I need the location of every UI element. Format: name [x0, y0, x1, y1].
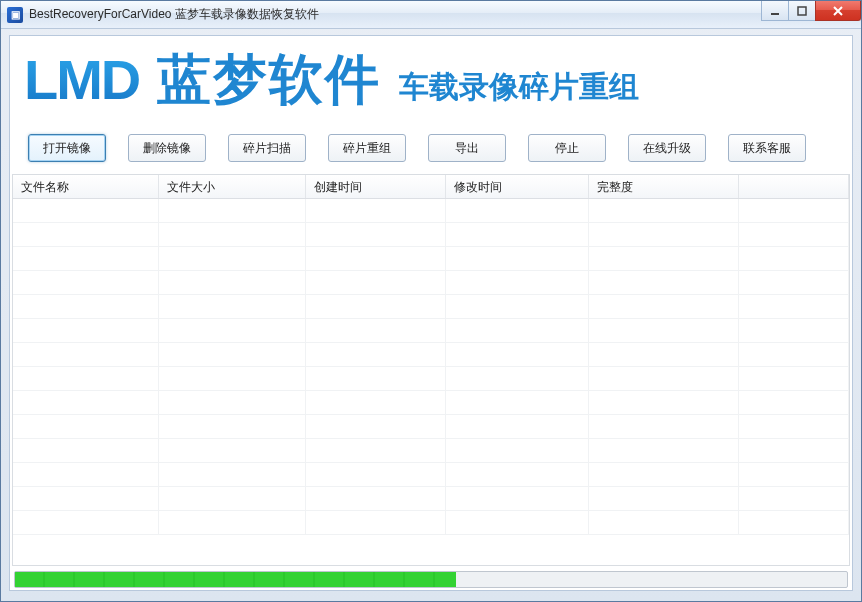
table-cell [13, 391, 159, 414]
table-cell [13, 511, 159, 534]
col-integrity[interactable]: 完整度 [589, 175, 739, 198]
table-cell [306, 343, 446, 366]
table-cell [159, 415, 306, 438]
statusbar [10, 568, 852, 590]
table-cell [739, 439, 849, 462]
table-row[interactable] [13, 391, 849, 415]
svg-rect-1 [798, 7, 806, 15]
col-filesize[interactable]: 文件大小 [159, 175, 306, 198]
stop-button[interactable]: 停止 [528, 134, 606, 162]
table-cell [13, 439, 159, 462]
app-icon: ▣ [7, 7, 23, 23]
table-cell [306, 199, 446, 222]
table-cell [739, 343, 849, 366]
table-cell [446, 343, 589, 366]
table-row[interactable] [13, 415, 849, 439]
table-row[interactable] [13, 247, 849, 271]
minimize-button[interactable] [761, 1, 789, 21]
table-cell [159, 223, 306, 246]
table-cell [159, 439, 306, 462]
col-created[interactable]: 创建时间 [306, 175, 446, 198]
table-cell [446, 487, 589, 510]
maximize-icon [797, 6, 807, 16]
toolbar: 打开镜像 删除镜像 碎片扫描 碎片重组 导出 停止 在线升级 联系客服 [10, 124, 852, 174]
progress-bar [14, 571, 848, 588]
table-cell [159, 391, 306, 414]
grid-body[interactable] [13, 199, 849, 565]
table-row[interactable] [13, 367, 849, 391]
table-cell [589, 295, 739, 318]
table-row[interactable] [13, 223, 849, 247]
table-cell [446, 463, 589, 486]
minimize-icon [770, 6, 780, 16]
titlebar-blur-background [421, 1, 741, 28]
table-row[interactable] [13, 271, 849, 295]
table-row[interactable] [13, 511, 849, 535]
table-cell [446, 247, 589, 270]
table-cell [159, 343, 306, 366]
table-row[interactable] [13, 439, 849, 463]
window-controls [762, 1, 861, 21]
table-cell [446, 223, 589, 246]
table-cell [589, 439, 739, 462]
logo-text: LMD [24, 52, 139, 108]
table-cell [13, 463, 159, 486]
table-row[interactable] [13, 319, 849, 343]
table-row[interactable] [13, 487, 849, 511]
table-cell [589, 367, 739, 390]
table-cell [739, 463, 849, 486]
table-cell [306, 271, 446, 294]
table-cell [306, 391, 446, 414]
table-cell [589, 319, 739, 342]
table-cell [446, 439, 589, 462]
table-cell [13, 247, 159, 270]
export-button[interactable]: 导出 [428, 134, 506, 162]
table-cell [13, 487, 159, 510]
table-cell [589, 511, 739, 534]
table-cell [159, 463, 306, 486]
table-cell [589, 391, 739, 414]
table-cell [446, 367, 589, 390]
table-cell [306, 439, 446, 462]
titlebar[interactable]: ▣ BestRecoveryForCarVideo 蓝梦车载录像数据恢复软件 [1, 1, 861, 29]
table-cell [446, 199, 589, 222]
maximize-button[interactable] [788, 1, 816, 21]
reassemble-button[interactable]: 碎片重组 [328, 134, 406, 162]
col-filename[interactable]: 文件名称 [13, 175, 159, 198]
scan-fragments-button[interactable]: 碎片扫描 [228, 134, 306, 162]
table-cell [13, 271, 159, 294]
table-cell [446, 511, 589, 534]
table-cell [306, 463, 446, 486]
table-cell [739, 415, 849, 438]
table-cell [739, 295, 849, 318]
table-cell [13, 343, 159, 366]
client-area: LMD 蓝梦软件 车载录像碎片重组 打开镜像 删除镜像 碎片扫描 碎片重组 导出… [9, 35, 853, 591]
online-upgrade-button[interactable]: 在线升级 [628, 134, 706, 162]
close-button[interactable] [815, 1, 861, 21]
table-row[interactable] [13, 343, 849, 367]
table-cell [589, 343, 739, 366]
table-row[interactable] [13, 295, 849, 319]
table-cell [306, 487, 446, 510]
table-cell [589, 463, 739, 486]
banner: LMD 蓝梦软件 车载录像碎片重组 [10, 36, 852, 124]
table-cell [13, 319, 159, 342]
table-cell [306, 415, 446, 438]
contact-button[interactable]: 联系客服 [728, 134, 806, 162]
table-cell [306, 223, 446, 246]
svg-rect-0 [771, 13, 779, 15]
table-cell [306, 319, 446, 342]
app-window: ▣ BestRecoveryForCarVideo 蓝梦车载录像数据恢复软件 L… [0, 0, 862, 602]
brand-cn: 蓝梦软件 [157, 44, 381, 117]
col-modified[interactable]: 修改时间 [446, 175, 589, 198]
table-cell [13, 199, 159, 222]
table-cell [739, 247, 849, 270]
table-row[interactable] [13, 463, 849, 487]
table-cell [739, 271, 849, 294]
table-cell [159, 319, 306, 342]
open-image-button[interactable]: 打开镜像 [28, 134, 106, 162]
table-row[interactable] [13, 199, 849, 223]
table-cell [13, 415, 159, 438]
delete-image-button[interactable]: 删除镜像 [128, 134, 206, 162]
window-title: BestRecoveryForCarVideo 蓝梦车载录像数据恢复软件 [29, 6, 319, 23]
